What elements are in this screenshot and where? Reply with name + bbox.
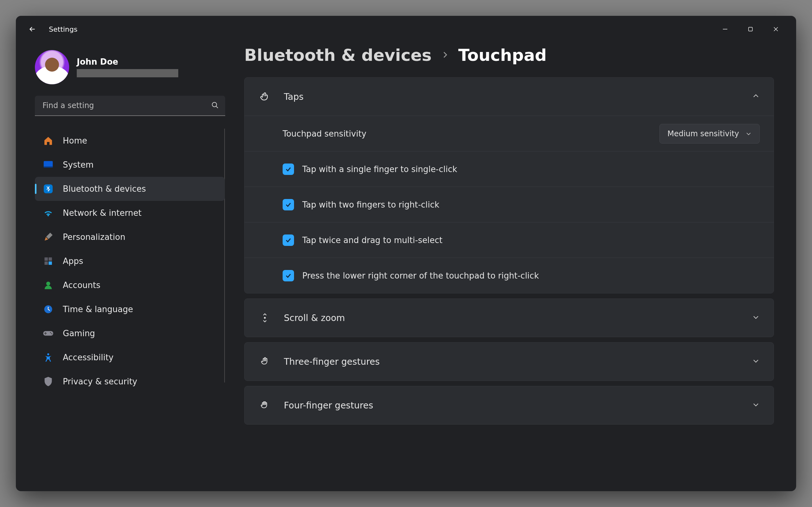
sidebar-item-accounts[interactable]: Accounts [35, 273, 225, 297]
sidebar-item-gaming[interactable]: Gaming [35, 321, 225, 345]
sidebar-item-home[interactable]: Home [35, 129, 225, 153]
maximize-button[interactable] [738, 20, 763, 38]
sidebar-item-label: System [63, 160, 94, 170]
taps-label: Taps [284, 92, 752, 102]
sensitivity-row: Touchpad sensitivity Medium sensitivity [245, 116, 774, 151]
three-finger-card: Three-finger gestures [244, 342, 774, 381]
checkbox[interactable] [283, 234, 294, 246]
checkbox[interactable] [283, 199, 294, 210]
sensitivity-value: Medium sensitivity [667, 129, 739, 138]
tap-icon [258, 92, 271, 102]
breadcrumb-current: Touchpad [458, 46, 547, 65]
sidebar-item-label: Personalization [63, 232, 125, 242]
system-icon [43, 159, 54, 170]
nav-list: HomeSystemBluetooth & devicesNetwork & i… [35, 129, 225, 491]
taps-check-row-3: Press the lower right corner of the touc… [245, 258, 774, 293]
taps-card: Taps Touchpad sensitivity Medium sensiti… [244, 77, 774, 293]
sensitivity-label: Touchpad sensitivity [283, 129, 659, 138]
chevron-up-icon [752, 92, 760, 101]
search-icon [211, 101, 219, 110]
taps-header[interactable]: Taps [245, 78, 774, 116]
sidebar-item-label: Accounts [63, 280, 101, 290]
gaming-icon [43, 328, 54, 339]
search-input[interactable] [35, 96, 225, 116]
taps-check-row-2: Tap twice and drag to multi-select [245, 222, 774, 258]
check-label: Tap twice and drag to multi-select [302, 235, 443, 245]
checkbox[interactable] [283, 270, 294, 281]
scroll-icon [258, 313, 271, 323]
four-finger-header[interactable]: Four-finger gestures [245, 386, 774, 424]
svg-rect-7 [44, 166, 53, 168]
three-finger-icon [258, 356, 271, 367]
profile-name: John Doe [77, 57, 178, 66]
accounts-icon [43, 279, 54, 291]
main-content: Bluetooth & devices Touchpad Taps [238, 43, 796, 491]
check-label: Tap with a single finger to single-click [302, 164, 457, 174]
network-icon [43, 207, 54, 219]
search-box[interactable] [35, 96, 225, 116]
svg-rect-1 [749, 27, 752, 31]
sidebar-item-personalization[interactable]: Personalization [35, 225, 225, 249]
apps-icon [43, 256, 54, 267]
sidebar-item-network[interactable]: Network & internet [35, 201, 225, 225]
three-finger-header[interactable]: Three-finger gestures [245, 343, 774, 381]
breadcrumb-parent[interactable]: Bluetooth & devices [244, 46, 432, 65]
privacy-icon [43, 376, 54, 387]
svg-rect-10 [49, 257, 52, 261]
accessibility-icon [43, 352, 54, 363]
breadcrumb: Bluetooth & devices Touchpad [244, 46, 774, 65]
taps-check-row-0: Tap with a single finger to single-click [245, 151, 774, 187]
sidebar: John Doe HomeSystemBluetooth & devicesNe… [16, 43, 238, 491]
svg-line-5 [216, 107, 218, 108]
svg-rect-12 [49, 262, 52, 265]
scroll-zoom-card: Scroll & zoom [244, 298, 774, 337]
svg-point-4 [212, 102, 217, 107]
sidebar-item-label: Gaming [63, 329, 95, 338]
sidebar-item-time[interactable]: Time & language [35, 297, 225, 321]
sidebar-item-system[interactable]: System [35, 153, 225, 177]
time-icon [43, 303, 54, 315]
sidebar-item-label: Bluetooth & devices [63, 184, 146, 193]
scroll-zoom-header[interactable]: Scroll & zoom [245, 299, 774, 337]
sidebar-item-label: Home [63, 136, 87, 146]
four-finger-icon [258, 400, 271, 410]
checkbox[interactable] [283, 164, 294, 175]
svg-point-19 [264, 317, 265, 319]
bluetooth-icon [43, 183, 54, 194]
scroll-zoom-label: Scroll & zoom [284, 313, 752, 323]
profile-email-redacted [77, 69, 178, 77]
svg-rect-11 [44, 262, 48, 265]
avatar [35, 50, 69, 84]
sidebar-item-privacy[interactable]: Privacy & security [35, 370, 225, 394]
chevron-down-icon [752, 314, 760, 322]
four-finger-label: Four-finger gestures [284, 400, 752, 411]
three-finger-label: Three-finger gestures [284, 356, 752, 367]
check-label: Press the lower right corner of the touc… [302, 271, 539, 280]
chevron-down-icon [745, 130, 752, 137]
sidebar-item-accessibility[interactable]: Accessibility [35, 345, 225, 370]
sidebar-item-label: Apps [63, 257, 83, 266]
svg-point-17 [51, 333, 52, 334]
svg-rect-6 [44, 161, 53, 167]
svg-point-18 [47, 353, 49, 355]
close-button[interactable] [763, 20, 789, 38]
svg-point-16 [50, 332, 51, 333]
four-finger-card: Four-finger gestures [244, 386, 774, 425]
sidebar-item-label: Privacy & security [63, 377, 137, 386]
chevron-down-icon [752, 357, 760, 366]
minimize-button[interactable] [712, 20, 738, 38]
chevron-right-icon [441, 49, 450, 62]
profile-block[interactable]: John Doe [35, 50, 225, 84]
settings-window: Settings John Doe HomeSystemB [16, 16, 796, 491]
chevron-down-icon [752, 401, 760, 410]
taps-check-row-1: Tap with two fingers to right-click [245, 187, 774, 222]
sensitivity-dropdown[interactable]: Medium sensitivity [659, 124, 760, 144]
sidebar-item-label: Time & language [63, 304, 133, 314]
sidebar-item-bluetooth[interactable]: Bluetooth & devices [35, 177, 225, 201]
svg-rect-9 [44, 257, 48, 261]
sidebar-item-label: Network & internet [63, 208, 142, 218]
sidebar-item-apps[interactable]: Apps [35, 249, 225, 273]
home-icon [43, 135, 54, 147]
svg-point-13 [46, 282, 50, 286]
back-button[interactable] [23, 20, 41, 38]
